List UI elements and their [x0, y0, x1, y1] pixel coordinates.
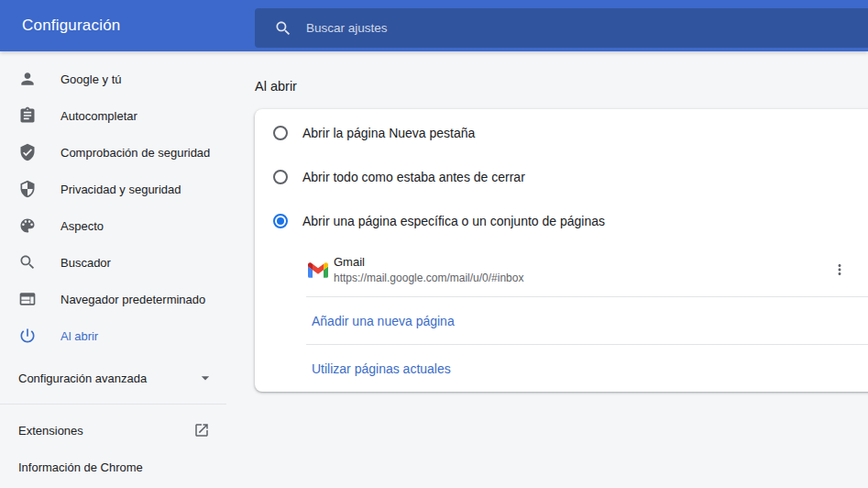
add-new-page-label: Añadir una nueva página: [312, 314, 455, 328]
sidebar-item-label: Al abrir: [60, 329, 98, 343]
sidebar-item-al-abrir[interactable]: Al abrir: [0, 317, 226, 354]
search-input[interactable]: [306, 21, 673, 35]
browser-window-icon: [18, 290, 37, 308]
on-startup-card: Abrir la página Nueva pestaña Abrir todo…: [255, 109, 868, 392]
startup-page-url: https://mail.google.com/mail/u/0/#inbox: [334, 272, 523, 284]
radio-button[interactable]: [273, 170, 288, 184]
option-label: Abrir una página específica o un conjunt…: [302, 214, 605, 228]
settings-header: Configuración: [0, 0, 868, 51]
option-label: Abrir la página Nueva pestaña: [302, 126, 475, 140]
option-label: Abrir todo como estaba antes de cerrar: [302, 170, 525, 184]
sidebar-item-extensiones[interactable]: Extensiones: [0, 412, 226, 449]
settings-content: Al abrir Abrir la página Nueva pestaña A…: [255, 51, 868, 392]
shield-icon: [18, 180, 37, 198]
add-new-page-button[interactable]: Añadir una nueva página: [255, 297, 868, 344]
sidebar-item-label: Aspecto: [60, 219, 104, 233]
sidebar-item-label: Buscador: [60, 256, 111, 270]
sidebar-item-privacidad-seguridad[interactable]: Privacidad y seguridad: [0, 171, 226, 207]
sidebar-divider: [0, 404, 226, 405]
use-current-pages-label: Utilizar páginas actuales: [312, 361, 451, 376]
palette-icon: [18, 216, 37, 235]
sidebar-item-comprobacion-seguridad[interactable]: Comprobación de seguridad: [0, 134, 226, 171]
advanced-label: Configuración avanzada: [18, 372, 147, 385]
sidebar-item-autocompletar[interactable]: Autocompletar: [0, 97, 226, 134]
option-open-new-tab-page[interactable]: Abrir la página Nueva pestaña: [255, 111, 868, 155]
sidebar-item-label: Comprobación de seguridad: [60, 146, 210, 160]
startup-page-row: Gmail https://mail.google.com/mail/u/0/#…: [255, 243, 868, 296]
radio-button[interactable]: [273, 126, 288, 140]
footer-item-label: Información de Chrome: [18, 460, 143, 474]
open-in-new-icon: [193, 422, 210, 438]
gmail-icon: [308, 262, 328, 278]
settings-sidebar: Google y tú Autocompletar Comprobación d…: [0, 51, 226, 485]
person-icon: [18, 70, 37, 88]
clipboard-icon: [18, 106, 37, 125]
search-icon: [18, 253, 37, 272]
option-open-specific-pages[interactable]: Abrir una página específica o un conjunt…: [255, 199, 868, 243]
sidebar-item-navegador-predeterminado[interactable]: Navegador predeterminado: [0, 281, 226, 317]
section-title: Al abrir: [255, 77, 868, 95]
more-options-button[interactable]: [828, 258, 852, 282]
settings-search-box[interactable]: [255, 8, 868, 48]
page-title: Configuración: [22, 17, 121, 35]
sidebar-item-label: Google y tú: [60, 72, 122, 86]
footer-item-label: Extensiones: [18, 424, 83, 438]
chevron-down-icon: [196, 369, 214, 387]
sidebar-item-buscador[interactable]: Buscador: [0, 244, 226, 281]
sidebar-item-label: Privacidad y seguridad: [60, 183, 181, 196]
use-current-pages-button[interactable]: Utilizar páginas actuales: [255, 345, 868, 392]
sidebar-item-label: Navegador predeterminado: [60, 293, 205, 306]
startup-page-title: Gmail: [334, 255, 523, 269]
search-icon: [274, 19, 292, 38]
more-vert-icon: [831, 261, 848, 278]
sidebar-item-informacion-de-chrome[interactable]: Información de Chrome: [0, 449, 226, 485]
option-continue-where-left-off[interactable]: Abrir todo como estaba antes de cerrar: [255, 155, 868, 199]
sidebar-item-label: Autocompletar: [60, 109, 137, 123]
startup-page-info: Gmail https://mail.google.com/mail/u/0/#…: [334, 255, 523, 284]
sidebar-item-aspecto[interactable]: Aspecto: [0, 207, 226, 244]
sidebar-item-google-y-tu[interactable]: Google y tú: [0, 61, 226, 97]
sidebar-item-configuracion-avanzada[interactable]: Configuración avanzada: [0, 360, 226, 396]
radio-button-checked[interactable]: [273, 214, 288, 228]
power-icon: [18, 327, 37, 345]
shield-check-icon: [18, 143, 37, 161]
